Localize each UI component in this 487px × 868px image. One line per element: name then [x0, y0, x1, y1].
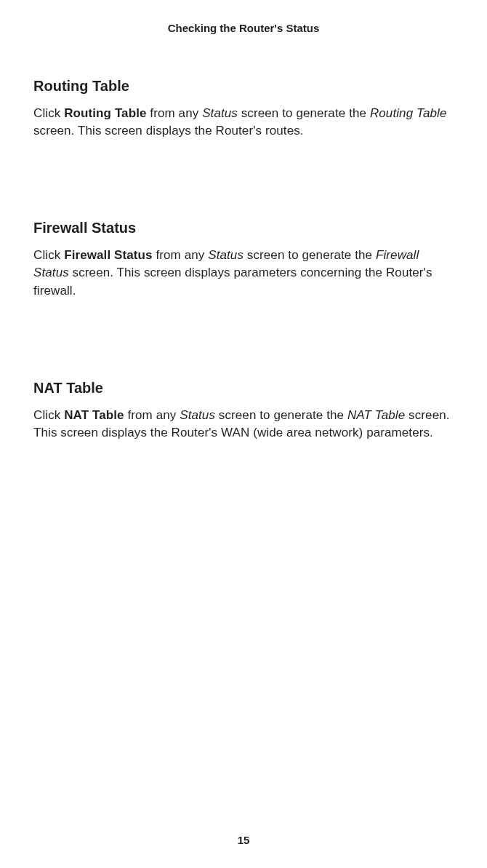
italic-text: Status	[180, 408, 215, 422]
page-header-text: Checking the Router's Status	[168, 22, 320, 34]
page-number-text: 15	[238, 834, 250, 846]
section-routing-table: Routing Table Click Routing Table from a…	[33, 78, 456, 140]
bold-text: Routing Table	[64, 106, 146, 120]
section-body: Click NAT Table from any Status screen t…	[33, 407, 456, 442]
section-nat-table: NAT Table Click NAT Table from any Statu…	[33, 380, 456, 442]
section-body: Click Firewall Status from any Status sc…	[33, 247, 456, 299]
text: Click	[33, 248, 64, 262]
italic-text: Status	[208, 248, 244, 262]
text: from any	[147, 106, 203, 120]
text: Click	[33, 408, 64, 422]
text: screen to generate the	[215, 408, 347, 422]
page-header: Checking the Router's Status	[0, 0, 487, 34]
text: Click	[33, 106, 64, 120]
bold-text: NAT Table	[64, 408, 124, 422]
text: screen to generate the	[238, 106, 370, 120]
text: screen. This screen displays parameters …	[33, 266, 432, 297]
text: from any	[153, 248, 209, 262]
bold-text: Firewall Status	[64, 248, 152, 262]
section-heading: Routing Table	[33, 78, 456, 95]
section-body: Click Routing Table from any Status scre…	[33, 105, 456, 140]
section-heading: Firewall Status	[33, 220, 456, 236]
text: from any	[124, 408, 180, 422]
italic-text: NAT Table	[347, 408, 405, 422]
section-firewall-status: Firewall Status Click Firewall Status fr…	[33, 220, 456, 299]
text: screen. This screen displays the Router'…	[33, 124, 304, 138]
text: screen to generate the	[244, 248, 376, 262]
page-number: 15	[0, 834, 487, 846]
italic-text: Routing Table	[370, 106, 447, 120]
italic-text: Status	[202, 106, 238, 120]
content-area: Routing Table Click Routing Table from a…	[0, 34, 487, 442]
section-heading: NAT Table	[33, 380, 456, 397]
